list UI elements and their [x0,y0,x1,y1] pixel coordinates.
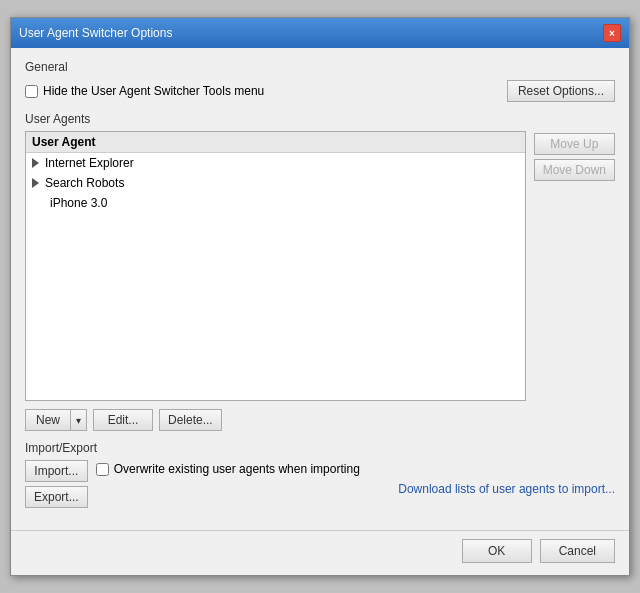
list-item[interactable]: Internet Explorer [26,153,525,173]
new-button-split: New ▾ [25,409,87,431]
user-agents-label: User Agents [25,112,615,126]
overwrite-label: Overwrite existing user agents when impo… [114,462,360,476]
list-item-label: Search Robots [45,176,124,190]
overwrite-row: Overwrite existing user agents when impo… [96,462,615,476]
triangle-icon [32,158,39,168]
list-item[interactable]: Search Robots [26,173,525,193]
agents-list[interactable]: User Agent Internet Explorer Search Robo… [25,131,526,401]
import-button[interactable]: Import... [25,460,88,482]
download-link[interactable]: Download lists of user agents to import.… [398,482,615,496]
general-section: General Hide the User Agent Switcher Too… [25,60,615,102]
dialog-body: General Hide the User Agent Switcher Too… [11,48,629,530]
ok-button[interactable]: OK [462,539,532,563]
dialog-title: User Agent Switcher Options [19,26,172,40]
import-export-buttons: Import... Export... [25,460,88,508]
actions-row: New ▾ Edit... Delete... [25,409,615,431]
general-label: General [25,60,615,74]
dialog-footer: OK Cancel [11,530,629,575]
list-item-label: Internet Explorer [45,156,134,170]
list-item-label: iPhone 3.0 [50,196,107,210]
import-export-layout: Import... Export... Overwrite existing u… [25,460,615,508]
new-arrow-button[interactable]: ▾ [70,409,87,431]
agents-layout: User Agent Internet Explorer Search Robo… [25,131,615,401]
import-export-right: Overwrite existing user agents when impo… [96,460,615,496]
close-button[interactable]: × [603,24,621,42]
hide-menu-label: Hide the User Agent Switcher Tools menu [43,84,264,98]
dialog: User Agent Switcher Options × General Hi… [10,17,630,576]
move-down-button[interactable]: Move Down [534,159,615,181]
general-row: Hide the User Agent Switcher Tools menu … [25,80,615,102]
export-button[interactable]: Export... [25,486,88,508]
title-bar: User Agent Switcher Options × [11,18,629,48]
hide-menu-checkbox-label[interactable]: Hide the User Agent Switcher Tools menu [25,84,264,98]
import-export-section: Import/Export Import... Export... Overwr… [25,441,615,508]
hide-menu-checkbox[interactable] [25,85,38,98]
list-header: User Agent [26,132,525,153]
agents-buttons: Move Up Move Down [534,131,615,181]
delete-button[interactable]: Delete... [159,409,222,431]
overwrite-checkbox[interactable] [96,463,109,476]
triangle-icon [32,178,39,188]
edit-button[interactable]: Edit... [93,409,153,431]
list-item[interactable]: iPhone 3.0 [26,193,525,213]
column-header: User Agent [32,135,96,149]
new-button[interactable]: New [25,409,70,431]
user-agents-section: User Agents User Agent Internet Explorer… [25,112,615,401]
move-up-button[interactable]: Move Up [534,133,615,155]
import-export-label: Import/Export [25,441,615,455]
cancel-button[interactable]: Cancel [540,539,615,563]
reset-options-button[interactable]: Reset Options... [507,80,615,102]
